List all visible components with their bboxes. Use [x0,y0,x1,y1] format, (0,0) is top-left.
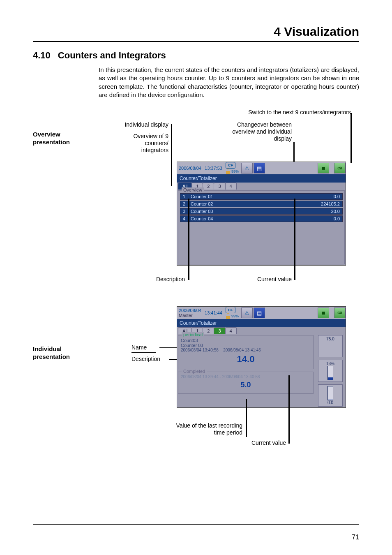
mini-bar [327,366,333,380]
mini-bot-val: 0.0 [327,400,333,405]
next-counters-button[interactable]: C/I [334,163,346,173]
completed-fieldset: Completed 2006/08/04 13:39:44 - 2006/08/… [178,372,314,394]
callout-description: Description [140,276,185,283]
row-index: 4 [180,216,188,222]
row-value: 20.0 [300,208,342,214]
counter-row[interactable]: 1 Counter 01 0.0 [180,193,343,200]
cf-icon: CF [226,307,235,313]
alarm-icon[interactable]: ⚠ [241,308,253,318]
mini-mid-pct: 18% [326,361,334,366]
periodical-fieldset: periodical Count03 Counter 03 2006/08/04… [178,335,314,369]
chart-icon[interactable]: ▤ [254,308,265,318]
view-toggle-button[interactable]: ▦ [318,308,329,318]
mini-mid-box: 18% [318,360,343,382]
mini-bot-box: 0.0 [318,384,343,407]
completed-range: 2006/08/04 13:39:44 - 2006/08/04 13:40:5… [181,375,311,379]
leader-line [246,399,247,437]
callout-switch-next: Switch to the next 9 counters/integrator… [203,109,351,116]
device-titlebar: Counter/Totalizer [177,174,346,183]
callout-description: Description [131,356,160,362]
section-number: 4.10 [33,50,51,61]
individual-figure: Name Description 2006/08/04 Master 13:41… [99,306,359,462]
mini-top-box: 75.0 [318,335,343,357]
counter-name: Count03 [181,338,311,343]
completed-title: Completed [182,369,207,374]
lock-icon [226,169,231,174]
chapter-rule [33,41,359,42]
leader-line [159,347,179,348]
periodical-title: periodical [182,332,204,337]
tab-4[interactable]: 4 [225,183,237,190]
overview-figure: Switch to the next 9 counters/integrator… [99,109,359,306]
counter-row[interactable]: 2 Counter 02 224105.2 [180,201,343,207]
section-heading: Counters and Integrators [58,50,166,61]
device-titlebar: Counter/Totalizer [177,319,346,327]
row-value: 0.0 [300,216,342,222]
leader-line [293,142,295,163]
counter-row[interactable]: 3 Counter 03 20.0 [180,208,343,215]
device-topbar: 2006/08/04 13:37:53 CF 99% ⚠ ▤ ▦ [177,162,346,174]
device-screen-overview: 2006/08/04 13:37:53 CF 99% ⚠ ▤ ▦ [177,162,346,266]
leader-line [288,375,290,444]
leader-line [350,113,352,163]
row-index: 1 [180,194,188,199]
cf-icon: CF [226,162,235,169]
alarm-icon[interactable]: ⚠ [241,163,253,173]
mini-bar [327,386,333,400]
completed-value: 5.0 [181,381,311,389]
callout-overview-of: Overview of 9 counters/ integrators [123,133,168,153]
tab-3[interactable]: 3 [214,327,225,334]
side-label-individual: Individual presentation [33,345,95,361]
overview-panel-title: Overview [182,187,204,192]
tab-2[interactable]: 2 [203,327,214,334]
side-label-overview: Overview presentation [33,131,95,146]
storage-pct: 99% [231,169,239,173]
callout-changeover: Changeover between overview and individu… [214,121,292,142]
chapter-title: 4 Visualization [33,25,359,39]
device-topbar: 2006/08/04 Master 13:41:44 CF 99% ⚠ ▤ [177,307,346,319]
device-screen-individual: 2006/08/04 Master 13:41:44 CF 99% ⚠ ▤ [177,306,346,408]
next-counters-button[interactable]: C/I [334,308,346,318]
overview-panel: Overview 1 Counter 01 0.0 2 Counter 02 2… [178,190,345,264]
row-name: Counter 02 [188,201,300,207]
device-time: 13:41:44 [203,310,224,316]
mini-bar-fill [328,377,333,380]
underline [131,352,156,353]
callout-individual-display: Individual display [107,121,168,128]
counter-row[interactable]: 4 Counter 04 0.0 [180,215,343,222]
row-name: Counter 04 [188,216,300,222]
periodical-value: 14.0 [181,354,311,365]
chart-icon[interactable]: ▤ [254,163,265,173]
row-index: 2 [180,201,188,207]
section-title: 4.10 Counters and Integrators [33,50,359,61]
page-number: 71 [352,534,359,541]
body-paragraph: In this presentation, the current states… [99,66,359,99]
mini-bar-fill [328,400,333,400]
mini-top-val: 75.0 [326,337,334,341]
device-date: 2006/08/04 Master [177,307,203,319]
row-index: 3 [180,208,188,214]
device-date: 2006/08/04 [177,165,203,171]
callout-value-last: Value of the last recording time period [168,422,242,436]
callout-name: Name [131,344,147,351]
device-time: 13:37:53 [203,165,224,171]
row-name: Counter 01 [188,194,300,199]
tab-2[interactable]: 2 [203,183,214,190]
view-toggle-button[interactable]: ▦ [318,163,329,173]
counter-desc: Counter 03 [181,343,311,348]
underline [131,364,168,364]
lock-icon [226,313,231,319]
leader-line [294,199,295,280]
row-name: Counter 03 [188,208,300,214]
callout-current-value: Current value [242,276,292,283]
callout-current-value-2: Current value [237,439,286,446]
leader-line [171,137,172,186]
storage-pct: 99% [231,314,239,318]
leader-line [188,199,189,280]
row-value: 0.0 [300,194,342,199]
footer-rule [33,524,359,525]
row-value: 224105.2 [300,201,342,207]
periodical-range: 2006/08/04 13:40:58 − 2006/08/04 13:41:4… [181,348,311,352]
tab-3[interactable]: 3 [214,183,225,190]
tab-4[interactable]: 4 [225,327,237,334]
